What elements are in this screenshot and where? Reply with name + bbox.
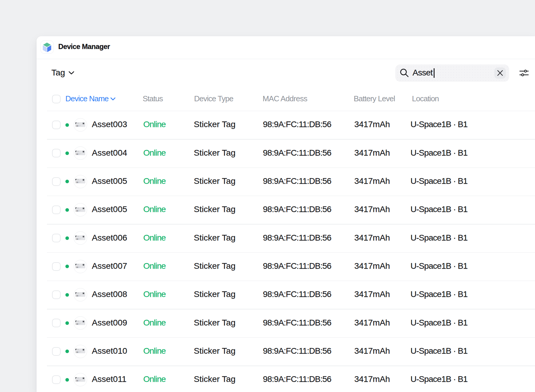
svg-text:CE: CE xyxy=(76,210,78,211)
svg-text:CE: CE xyxy=(76,125,78,127)
svg-text:CE: CE xyxy=(76,295,78,296)
svg-text:CE: CE xyxy=(76,323,78,325)
svg-text:CE: CE xyxy=(76,380,78,381)
svg-text:CE: CE xyxy=(76,238,78,240)
svg-text:CE: CE xyxy=(76,182,78,183)
svg-text:CE: CE xyxy=(76,154,78,155)
svg-text:CE: CE xyxy=(76,352,78,353)
svg-text:CE: CE xyxy=(76,267,78,268)
